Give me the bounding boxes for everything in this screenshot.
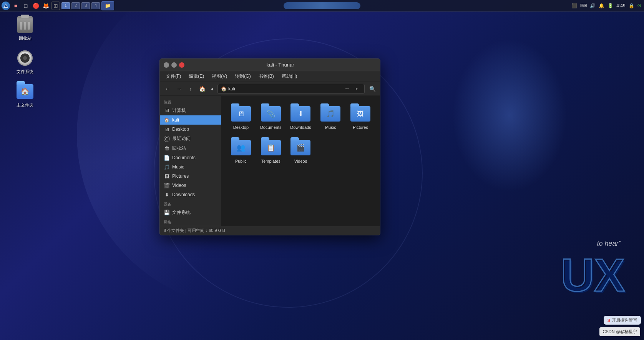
path-edit-button[interactable]: ✏ xyxy=(343,85,351,93)
taskbar-right: ⬛ ⌨ 🔊 🔔 🔋 4:49 🔒 G xyxy=(571,3,644,8)
sidebar-music-label: Music xyxy=(172,164,184,170)
sidebar-item-documents[interactable]: 📄 Documents xyxy=(160,153,221,162)
folder-music[interactable]: 🎵 Music xyxy=(317,102,344,133)
sidebar: 位置 🖥 计算机 🏠 kali 🖥 Desktop ⏱ 最近访问 🗑 回收站 xyxy=(160,96,221,226)
taskbar-thunar-btn[interactable]: 📁 xyxy=(101,1,114,10)
sidebar-item-desktop[interactable]: 🖥 Desktop xyxy=(160,125,221,134)
computer-icon: 🖥 xyxy=(164,108,170,114)
sidebar-item-pictures[interactable]: 🖼 Pictures xyxy=(160,172,221,181)
folder-videos-label: Videos xyxy=(294,159,307,163)
volume-icon[interactable]: 🔊 xyxy=(590,3,596,8)
display-icon[interactable]: ⬛ xyxy=(571,3,577,8)
clock: 4:49 xyxy=(616,3,625,8)
back-button[interactable]: ← xyxy=(162,83,173,94)
sidebar-item-computer[interactable]: 🖥 计算机 xyxy=(160,106,221,115)
battery-icon[interactable]: 🔋 xyxy=(607,3,613,8)
lock-icon[interactable]: 🔒 xyxy=(629,3,634,8)
window-titlebar: kali - Thunar xyxy=(160,59,380,71)
sidebar-kali-label: kali xyxy=(172,117,179,123)
notification-icon[interactable]: 🔔 xyxy=(599,3,604,8)
menu-help[interactable]: 帮助(H) xyxy=(279,72,300,80)
folder-videos-icon: 🎬 xyxy=(290,139,311,157)
folder-templates-body: 📋 xyxy=(261,140,281,155)
sidebar-item-music[interactable]: 🎵 Music xyxy=(160,162,221,172)
forward-button[interactable]: → xyxy=(174,83,184,94)
folder-documents-label: Documents xyxy=(260,125,282,130)
menu-bookmarks[interactable]: 书签(B) xyxy=(256,72,277,80)
window-minimize-btn[interactable] xyxy=(164,62,169,68)
taskbar-app-icon-2[interactable]: □ xyxy=(22,2,30,10)
workspace-1[interactable]: 1 xyxy=(61,2,70,9)
documents-folder-inner-icon: 📎 xyxy=(267,110,275,118)
toolbar: ← → ↑ 🏠 ◂ 🏠 kali ✏ ▸ 🔍 xyxy=(160,82,380,96)
folder-music-label: Music xyxy=(325,125,336,130)
window-maximize-btn[interactable] xyxy=(171,62,177,68)
home-label: 主文件夹 xyxy=(17,102,33,108)
menu-go[interactable]: 转到(G) xyxy=(232,72,254,80)
kali-menu-icon[interactable] xyxy=(2,2,10,10)
taskbar-app-icon-1[interactable]: ■ xyxy=(12,2,20,10)
window-close-btn[interactable] xyxy=(179,62,184,68)
sidebar-item-recent[interactable]: ⏱ 最近访问 xyxy=(160,134,221,143)
folder-downloads[interactable]: ⬇ Downloads xyxy=(287,102,314,133)
search-button[interactable]: 🔍 xyxy=(367,83,378,94)
folder-pictures[interactable]: 🖼 Pictures xyxy=(347,102,374,133)
path-bar: 🏠 kali ✏ ▸ xyxy=(217,84,365,94)
desktop-sidebar-icon: 🖥 xyxy=(164,126,170,132)
sidebar-item-trash[interactable]: 🗑 回收站 xyxy=(160,143,221,153)
downloads-folder-inner-icon: ⬇ xyxy=(298,110,304,118)
up-button[interactable]: ↑ xyxy=(185,83,196,94)
folder-public[interactable]: 👥 Public xyxy=(227,136,254,167)
sidebar-item-filesystem[interactable]: 💾 文件系统 xyxy=(160,208,221,217)
taskbar-app-icon-3[interactable]: 🔴 xyxy=(32,2,40,10)
desktop-trash-icon[interactable]: 回收站 xyxy=(12,15,38,41)
taskbar-app-icon-5[interactable]: ⊞ xyxy=(51,2,60,10)
workspace-2[interactable]: 2 xyxy=(71,2,80,9)
folder-documents[interactable]: 📎 Documents xyxy=(257,102,284,133)
sidebar-recent-label: 最近访问 xyxy=(172,135,191,142)
desktop-filesystem-icon[interactable]: 文件系统 xyxy=(12,49,38,75)
desktop-home-icon[interactable]: 🏠 主文件夹 xyxy=(12,82,38,108)
folder-templates[interactable]: 📋 Templates xyxy=(257,136,284,167)
sidebar-places-label: 位置 xyxy=(160,97,221,106)
folder-downloads-label: Downloads xyxy=(290,125,311,130)
folder-pictures-icon: 🖼 xyxy=(350,105,371,123)
menu-file[interactable]: 文件(F) xyxy=(163,72,184,80)
pictures-icon: 🖼 xyxy=(164,173,170,179)
sidebar-videos-label: Videos xyxy=(172,183,186,188)
sogou-widget[interactable]: S 开启搜狗智写 xyxy=(604,316,641,325)
folder-desktop-label: Desktop xyxy=(233,125,249,130)
content-area: 🖥 Desktop 📎 Documents ⬇ xyxy=(221,96,380,226)
folder-videos[interactable]: 🎬 Videos xyxy=(287,136,314,167)
sidebar-desktop-label: Desktop xyxy=(172,127,189,132)
taskbar-app-icon-4[interactable]: 🦊 xyxy=(41,2,50,10)
kali-home-icon: 🏠 xyxy=(164,117,170,123)
sidebar-computer-label: 计算机 xyxy=(172,107,186,114)
workspace-4[interactable]: 4 xyxy=(91,2,100,9)
folder-pictures-label: Pictures xyxy=(353,125,368,130)
folder-public-icon: 👥 xyxy=(230,139,252,157)
menu-view[interactable]: 视图(V) xyxy=(209,72,230,80)
menu-edit[interactable]: 编辑(E) xyxy=(186,72,207,80)
sidebar-item-kali[interactable]: 🏠 kali xyxy=(160,115,221,125)
sidebar-item-videos[interactable]: 🎬 Videos xyxy=(160,181,221,190)
thunar-window: kali - Thunar 文件(F) 编辑(E) 视图(V) 转到(G) 书签… xyxy=(159,58,380,235)
home-button[interactable]: 🏠 xyxy=(197,83,207,94)
folder-videos-body: 🎬 xyxy=(290,140,310,155)
folder-desktop[interactable]: 🖥 Desktop xyxy=(227,102,254,133)
keyboard-icon[interactable]: ⌨ xyxy=(580,3,587,8)
csdn-text: CSDN @@杨星宇 xyxy=(603,329,637,334)
trash-sidebar-icon: 🗑 xyxy=(164,145,170,152)
path-next-button[interactable]: ▸ xyxy=(353,85,361,93)
videos-folder-inner-icon: 🎬 xyxy=(296,143,305,152)
menubar: 文件(F) 编辑(E) 视图(V) 转到(G) 书签(B) 帮助(H) xyxy=(160,71,380,82)
sidebar-item-downloads[interactable]: ⬇ Downloads xyxy=(160,190,221,199)
window-controls xyxy=(164,62,184,68)
workspace-3[interactable]: 3 xyxy=(81,2,90,9)
filesystem-sidebar-icon: 💾 xyxy=(164,210,170,216)
g-icon[interactable]: G xyxy=(637,3,641,8)
recent-icon: ⏱ xyxy=(164,136,170,142)
public-folder-inner-icon: 👥 xyxy=(237,143,245,152)
path-toggle-button[interactable]: ◂ xyxy=(208,85,215,92)
music-folder-inner-icon: 🎵 xyxy=(326,110,335,118)
